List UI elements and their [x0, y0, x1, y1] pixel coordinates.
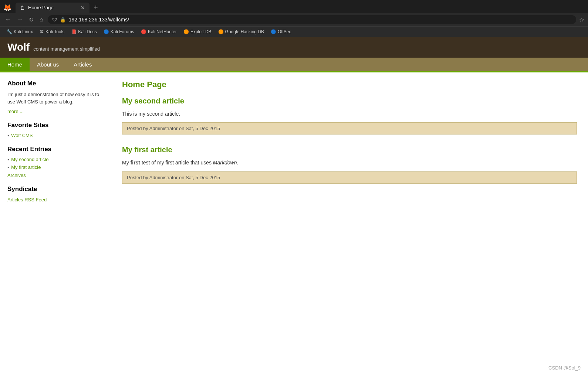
- google-hacking-icon: 🟠: [218, 29, 224, 34]
- bookmark-label: Kali Linux: [14, 29, 33, 34]
- address-text: 192.168.236.133/wolfcms/: [69, 17, 572, 23]
- about-more-link[interactable]: more ...: [7, 109, 24, 114]
- body-bold: first: [131, 160, 140, 166]
- exploit-db-icon: 🟠: [183, 29, 189, 34]
- bookmark-label: Exploit-DB: [190, 29, 212, 34]
- article-second-meta: Posted by Administrator on Sat, 5 Dec 20…: [122, 122, 577, 134]
- bookmark-kali-nethunter[interactable]: 🔴 Kali NetHunter: [138, 28, 180, 35]
- nav-home[interactable]: Home: [0, 58, 30, 71]
- recent-heading: Recent Entries: [7, 146, 104, 153]
- tab-label: Home Page: [28, 5, 54, 10]
- about-text: I'm just a demonstration of how easy it …: [7, 91, 104, 105]
- site-logo: Wolf content management simplified: [7, 41, 581, 53]
- recent-entry-second-link[interactable]: My second article: [11, 157, 48, 162]
- syndicate-heading: Syndicate: [7, 185, 104, 193]
- nav-about[interactable]: About us: [30, 58, 66, 71]
- wolf-cms-link[interactable]: Wolf CMS: [11, 133, 33, 138]
- reload-button[interactable]: ↻: [27, 16, 35, 24]
- recent-entry-item: My second article: [7, 157, 104, 162]
- article-first-meta: Posted by Administrator on Sat, 5 Dec 20…: [122, 171, 577, 184]
- fav-site-item: Wolf CMS: [7, 133, 104, 138]
- kali-docs-icon: 📕: [71, 29, 77, 34]
- about-heading: About Me: [7, 80, 104, 87]
- website: Wolf content management simplified Home …: [0, 37, 588, 294]
- bookmark-kali-docs[interactable]: 📕 Kali Docs: [68, 28, 100, 35]
- sidebar-syndicate-section: Syndicate Articles RSS Feed: [7, 185, 104, 202]
- address-bar[interactable]: 🛡 🔒 192.168.236.133/wolfcms/: [48, 15, 576, 24]
- bookmark-label: OffSec: [278, 29, 291, 34]
- sidebar: About Me I'm just a demonstration of how…: [0, 72, 111, 294]
- offsec-icon: 🔵: [271, 29, 276, 34]
- logo-tagline: content management simplified: [33, 46, 100, 52]
- bookmark-label: Kali Docs: [78, 29, 97, 34]
- kali-linux-icon: 🔧: [7, 29, 12, 34]
- fav-sites-list: Wolf CMS: [7, 133, 104, 138]
- article-first: My first article My first test of my fir…: [122, 146, 577, 183]
- browser-chrome: 🦊 🗒 Home Page ✕ + ← → ↻ ⌂ 🛡 🔒 192.168.23…: [0, 0, 588, 37]
- page-title: Home Page: [122, 80, 577, 89]
- recent-entry-first-link[interactable]: My first article: [11, 164, 41, 170]
- bookmark-exploit-db[interactable]: 🟠 Exploit-DB: [180, 28, 214, 35]
- active-tab[interactable]: 🗒 Home Page ✕: [16, 3, 89, 13]
- bookmark-label: Kali NetHunter: [148, 29, 177, 34]
- bookmark-label: Kali Forums: [111, 29, 134, 34]
- bookmark-label: Kali Tools: [45, 29, 64, 34]
- rss-feed-link[interactable]: Articles RSS Feed: [7, 197, 47, 202]
- lock-icon: 🔒: [60, 17, 66, 23]
- kali-nethunter-icon: 🔴: [141, 29, 146, 34]
- sidebar-recent-section: Recent Entries My second article My firs…: [7, 146, 104, 178]
- article-second: My second article This is my second arti…: [122, 97, 577, 134]
- fav-heading: Favorite Sites: [7, 122, 104, 129]
- bookmarks-bar: 🔧 Kali Linux 🛠 Kali Tools 📕 Kali Docs 🔵 …: [0, 26, 588, 37]
- tab-page-icon: 🗒: [20, 5, 25, 11]
- site-nav: Home About us Articles: [0, 58, 588, 72]
- nav-articles[interactable]: Articles: [66, 58, 99, 71]
- kali-forums-icon: 🔵: [104, 29, 109, 34]
- recent-entry-item: My first article: [7, 164, 104, 170]
- body-italic: Markdown: [213, 160, 237, 166]
- article-second-title[interactable]: My second article: [122, 97, 577, 105]
- body-suffix: .: [237, 160, 238, 166]
- article-first-body: My first test of my first article that u…: [122, 159, 577, 167]
- home-button[interactable]: ⌂: [38, 16, 45, 24]
- body-prefix: My: [122, 160, 131, 166]
- logo-wolf: Wolf: [7, 41, 30, 53]
- archives-link[interactable]: Archives: [7, 173, 26, 178]
- kali-tools-icon: 🛠: [40, 29, 44, 34]
- forward-button[interactable]: →: [16, 16, 24, 24]
- recent-entries-list: My second article My first article: [7, 157, 104, 170]
- sidebar-fav-section: Favorite Sites Wolf CMS: [7, 122, 104, 138]
- firefox-icon: 🦊: [3, 3, 12, 12]
- bookmark-offsec[interactable]: 🔵 OffSec: [268, 28, 294, 35]
- browser-toolbar: ← → ↻ ⌂ 🛡 🔒 192.168.236.133/wolfcms/ ☆: [0, 13, 588, 26]
- bookmark-kali-tools[interactable]: 🛠 Kali Tools: [37, 28, 67, 35]
- main-content: Home Page My second article This is my s…: [111, 72, 588, 294]
- tab-bar: 🦊 🗒 Home Page ✕ +: [0, 0, 588, 13]
- bookmark-star-button[interactable]: ☆: [579, 16, 584, 23]
- shield-icon: 🛡: [52, 17, 57, 23]
- page-layout: About Me I'm just a demonstration of how…: [0, 72, 588, 294]
- site-header: Wolf content management simplified: [0, 37, 588, 58]
- sidebar-about-section: About Me I'm just a demonstration of how…: [7, 80, 104, 114]
- article-first-title[interactable]: My first article: [122, 146, 577, 154]
- back-button[interactable]: ←: [4, 16, 13, 24]
- bookmark-kali-linux[interactable]: 🔧 Kali Linux: [4, 28, 36, 35]
- bookmark-kali-forums[interactable]: 🔵 Kali Forums: [101, 28, 137, 35]
- new-tab-button[interactable]: +: [91, 2, 101, 13]
- article-second-body: This is my second article.: [122, 110, 577, 118]
- bookmark-label: Google Hacking DB: [225, 29, 264, 34]
- body-middle: test of my first article that uses: [140, 160, 213, 166]
- tab-close-button[interactable]: ✕: [81, 5, 85, 11]
- bookmark-google-hacking[interactable]: 🟠 Google Hacking DB: [215, 28, 267, 35]
